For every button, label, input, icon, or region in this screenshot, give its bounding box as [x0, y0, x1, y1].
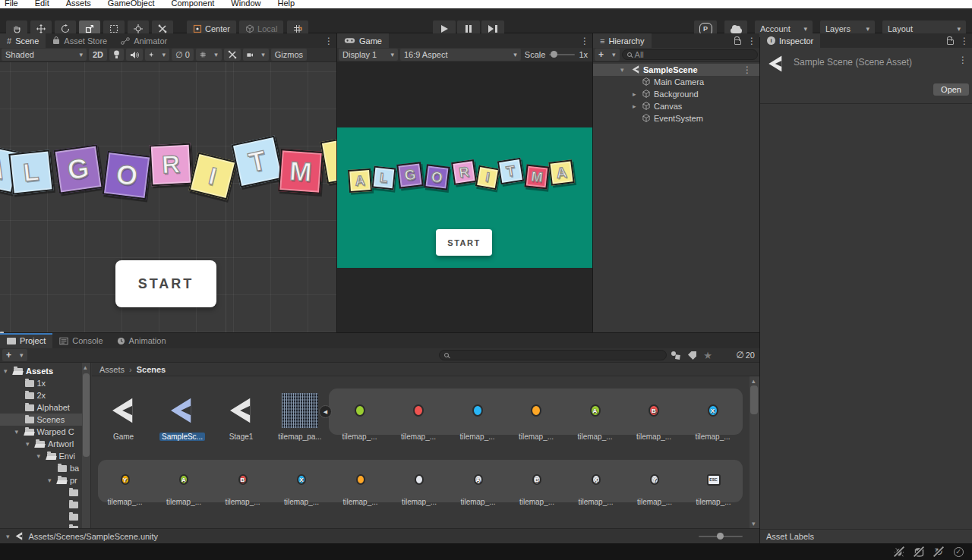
thumbnail-size-thumb[interactable] [717, 533, 724, 540]
scroll-up-icon[interactable]: ▴ [84, 363, 87, 371]
scroll-down-icon[interactable]: ▾ [752, 520, 756, 527]
2d-toggle-button[interactable]: 2D [89, 49, 107, 61]
file-tilemap-sprite[interactable]: Atilemap_... [155, 461, 213, 508]
hierarchy-item-samplescene[interactable]: ▾SampleScene⋮ [593, 64, 759, 76]
tab-asset-store[interactable]: Asset Store [46, 33, 114, 48]
folder-tree-item[interactable] [0, 499, 85, 511]
hierarchy-create-button[interactable]: +▾ [595, 49, 620, 61]
file-tilemap-sprite[interactable]: Xtilemap_... [566, 461, 625, 508]
file-tilemap-pa-[interactable]: tilemap_pa... [271, 389, 330, 442]
inspector-menu-icon[interactable]: ⋮ [960, 37, 969, 45]
folder-tree-item-envi[interactable]: ▾Envi [0, 450, 85, 462]
debugger-status-icon[interactable] [893, 546, 905, 558]
aspect-ratio-dropdown[interactable]: 16:9 Aspect▾ [400, 49, 521, 61]
file-tilemap-sprite[interactable]: tilemap_... [390, 389, 448, 442]
hierarchy-search-input[interactable]: All [622, 49, 758, 60]
search-by-label-icon[interactable] [687, 351, 697, 360]
folder-tree-item-2x[interactable]: 2x [0, 389, 85, 401]
folder-tree-item-1x[interactable]: 1x [0, 377, 85, 389]
file-tilemap-sprite[interactable]: Xtilemap_... [683, 389, 742, 442]
hierarchy-item-eventsystem[interactable]: EventSystem [593, 112, 759, 124]
letter-tile-l[interactable]: L [8, 149, 53, 194]
file-tilemap-sprite[interactable]: Btilemap_... [213, 461, 272, 508]
collapse-open-icon[interactable]: ▾ [620, 66, 624, 74]
thumbnail-size-slider[interactable] [699, 536, 743, 537]
scene-menu-icon[interactable]: ⋮ [324, 37, 333, 45]
scroll-down-icon[interactable]: ▾ [6, 533, 10, 540]
scene-viewport[interactable]: ALGORITMA START [0, 62, 336, 332]
file-tilemap-sprite[interactable]: Xtilemap_... [273, 461, 331, 508]
search-by-type-icon[interactable] [671, 351, 681, 360]
breadcrumb-current[interactable]: Scenes [137, 365, 166, 374]
folder-tree-item-pr[interactable]: ▾pr [0, 474, 85, 486]
scroll-up-icon[interactable]: ▴ [752, 377, 756, 385]
tab-console[interactable]: Console [52, 333, 109, 348]
tab-animation[interactable]: Animation [110, 333, 173, 348]
item-menu-icon[interactable]: ⋮ [743, 66, 752, 74]
gizmos-dropdown[interactable]: Gizmos [271, 49, 307, 61]
folder-tree-item-scenes[interactable]: Scenes [0, 414, 85, 426]
shading-mode-dropdown[interactable]: Shaded▾ [2, 49, 87, 61]
auto-refresh-status-icon[interactable]: ↻ [933, 546, 945, 558]
menu-assets[interactable]: Assets [66, 0, 91, 8]
menu-file[interactable]: File [5, 0, 18, 8]
file-stage1[interactable]: Stage1 [212, 389, 270, 442]
file-tilemap-sprite[interactable]: Btilemap_... [508, 461, 566, 508]
folder-tree-item-ba[interactable]: ba [0, 462, 85, 474]
file-tilemap-sprite[interactable]: tilemap_... [330, 389, 389, 442]
tab-inspector[interactable]: iInspector [760, 33, 820, 48]
file-game[interactable]: Game [94, 389, 153, 442]
file-tilemap-sprite[interactable]: Ytilemap_... [626, 461, 684, 508]
file-tilemap-sprite[interactable]: Btilemap_... [625, 389, 683, 442]
inspector-asset-menu-icon[interactable]: ⋮ [958, 55, 967, 65]
letter-tile-t[interactable]: T [232, 136, 284, 188]
collapse-closed-icon[interactable]: ▸ [633, 102, 636, 110]
lock-icon[interactable] [947, 39, 954, 45]
asset-labels-header[interactable]: Asset Labels [760, 529, 972, 543]
hierarchy-item-main-camera[interactable]: Main Camera [593, 76, 759, 88]
file-tilemap-sprite[interactable]: ESCtilemap_... [684, 461, 743, 508]
menu-edit[interactable]: Edit [35, 0, 49, 8]
file-tilemap-sprite[interactable]: tilemap_... [448, 389, 507, 442]
background-tasks-icon[interactable]: ✓ [952, 546, 964, 558]
tab-game[interactable]: Game [337, 33, 389, 48]
scene-camera-dropdown[interactable]: ▾ [243, 49, 269, 61]
menu-component[interactable]: Component [171, 0, 214, 8]
effects-dropdown[interactable]: ▾ [145, 49, 169, 61]
project-create-button[interactable]: +▾ [2, 349, 27, 361]
scene-visibility-button[interactable]: ∅0 [172, 49, 194, 61]
folder-tree-item[interactable] [0, 523, 85, 528]
lock-icon[interactable] [734, 39, 741, 45]
cache-server-status-icon[interactable] [913, 546, 925, 558]
tab-project[interactable]: Project [0, 333, 52, 348]
lighting-toggle-button[interactable] [109, 49, 124, 61]
file-tilemap-sprite[interactable]: Atilemap_... [449, 461, 507, 508]
menu-help[interactable]: Help [277, 0, 295, 8]
scene-grid-dropdown[interactable]: ▾ [196, 49, 222, 61]
collapse-open-icon[interactable]: ▾ [37, 452, 41, 460]
hierarchy-menu-icon[interactable]: ⋮ [747, 37, 756, 45]
breadcrumb-root[interactable]: Assets [99, 365, 125, 374]
scene-tools-button[interactable] [224, 49, 241, 61]
game-menu-icon[interactable]: ⋮ [580, 37, 589, 45]
file-tilemap-sprite[interactable]: tilemap_... [507, 389, 566, 442]
collapse-open-icon[interactable]: ▾ [48, 477, 52, 484]
display-dropdown[interactable]: Display 1▾ [339, 49, 398, 61]
files-scrollbar[interactable]: ▴ ▾ [750, 376, 759, 528]
menu-window[interactable]: Window [231, 0, 260, 8]
scale-slider-thumb[interactable] [551, 51, 557, 58]
tab-scene[interactable]: #Scene [0, 33, 46, 48]
scale-slider[interactable] [549, 54, 575, 55]
file-tilemap-sprite[interactable]: tilemap_... [390, 461, 449, 508]
folder-tree-item-alphabet[interactable]: Alphabet [0, 401, 85, 414]
file-tilemap-sprite[interactable]: Atilemap_... [566, 389, 624, 442]
tab-animator[interactable]: Animator [114, 33, 174, 48]
letter-tile-i[interactable]: I [188, 152, 236, 200]
hidden-count-button[interactable]: ∅20 [736, 350, 755, 360]
file-samplesc-[interactable]: SampleSc... [153, 389, 212, 442]
folder-tree-item[interactable] [0, 511, 85, 523]
menu-gameobject[interactable]: GameObject [108, 0, 155, 8]
file-tilemap-sprite[interactable]: Ytilemap_... [96, 461, 154, 508]
project-search-input[interactable] [439, 350, 667, 360]
file-tilemap-sprite[interactable]: tilemap_... [331, 461, 390, 508]
